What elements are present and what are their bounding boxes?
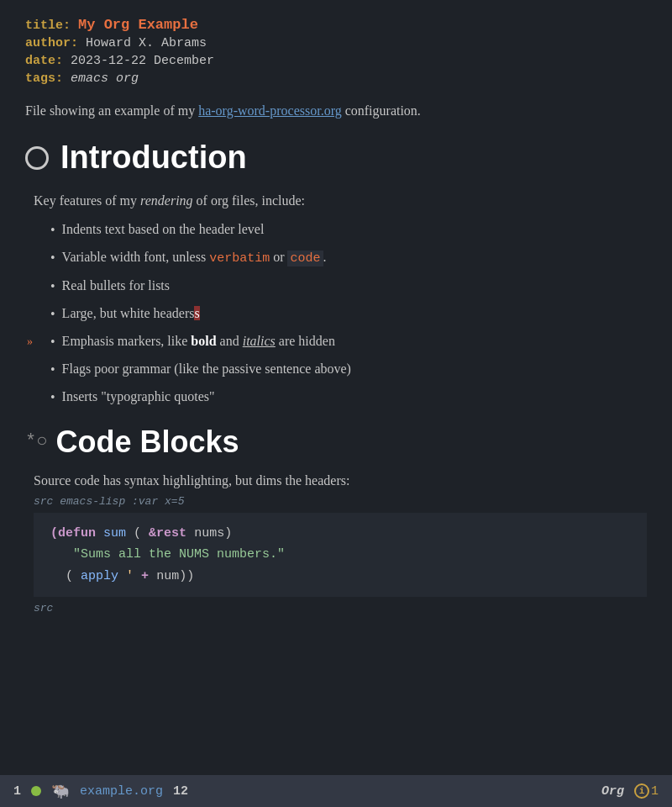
author-key: author:	[25, 36, 78, 50]
src-end-label: src	[25, 602, 647, 614]
section2-prefix: *○	[25, 431, 47, 452]
meta-author-line: author: Howard X. Abrams	[25, 36, 647, 50]
list-item-text-2: Variable width font, unless verbatim or …	[62, 247, 647, 269]
title-value: My Org Example	[78, 17, 198, 33]
list-item-text-6: Flags poor grammar (like the passive sen…	[62, 359, 647, 379]
status-bar: 1 🐃 example.org 12 Org i 1	[0, 775, 672, 807]
arrow-indicator: »	[27, 333, 33, 351]
intro-text-after: configuration.	[342, 103, 421, 118]
list-item-text-3: Real bullets for lists	[62, 276, 647, 296]
code-string: "Sums all the NUMS numbers."	[73, 547, 285, 562]
list-item: • Flags poor grammar (like the passive s…	[42, 359, 647, 380]
italic-text: italics	[243, 334, 276, 348]
author-value: Howard X. Abrams	[86, 36, 207, 50]
code-fn-apply: apply	[81, 569, 118, 583]
status-info-number: 1	[651, 784, 659, 799]
body-em: rendering	[140, 193, 193, 208]
bullet-icon-5: •	[50, 332, 55, 352]
status-mode: Org	[601, 784, 624, 799]
list-item: • Real bullets for lists	[42, 276, 647, 297]
code-plus: +	[141, 569, 149, 583]
bullet-icon-2: •	[50, 248, 55, 268]
list-item: • Large, but white headerss	[42, 303, 647, 324]
status-info: i 1	[634, 783, 659, 799]
intro-paragraph: File showing an example of my ha-org-wor…	[25, 101, 647, 121]
date-key: date:	[25, 54, 63, 68]
tags-value: emacs org	[71, 71, 139, 86]
bullet-icon-1: •	[50, 220, 55, 240]
list-item: • Variable width font, unless verbatim o…	[42, 247, 647, 269]
bullet-icon-3: •	[50, 277, 55, 297]
list-item-text-1: Indents text based on the header level	[62, 219, 647, 240]
section2-heading: *○ Code Blocks	[25, 425, 647, 460]
section1-body: Key features of my rendering of org file…	[25, 191, 647, 211]
bullet-icon-6: •	[50, 360, 55, 380]
list-item-text-7: Inserts "typographic quotes"	[62, 387, 647, 407]
code-fn-name: sum	[103, 526, 126, 541]
inline-code: code	[287, 251, 323, 266]
code-line-2: "Sums all the NUMS numbers."	[50, 544, 630, 566]
code-block: (defun sum ( &rest nums) "Sums all the N…	[34, 513, 647, 598]
intro-link[interactable]: ha-org-word-processor.org	[198, 103, 341, 118]
status-filename: example.org	[80, 784, 163, 799]
code-keyword-rest: &rest	[149, 526, 186, 541]
cursor: s	[194, 306, 199, 320]
meta-title-line: title: My Org Example	[25, 17, 647, 33]
main-content: title: My Org Example author: Howard X. …	[0, 0, 672, 775]
verbatim-text: verbatim	[209, 251, 270, 266]
section1-bullet-circle	[25, 146, 49, 170]
metadata-block: title: My Org Example author: Howard X. …	[25, 17, 647, 86]
src-label: src emacs-lisp :var x=5	[25, 495, 647, 508]
date-value: 2023-12-22 December	[71, 54, 214, 68]
list-item: • Indents text based on the header level	[42, 219, 647, 240]
feature-list: • Indents text based on the header level…	[42, 219, 647, 408]
list-item-text-4: Large, but white headerss	[62, 303, 647, 324]
title-key: title:	[25, 18, 71, 33]
section1-heading-text: Introduction	[60, 140, 247, 176]
status-col-number: 12	[173, 784, 188, 799]
meta-date-line: date: 2023-12-22 December	[25, 54, 647, 68]
status-info-circle: i	[634, 783, 649, 799]
source-intro: Source code has syntax highlighting, but…	[25, 473, 647, 488]
status-line-number: 1	[13, 784, 21, 799]
list-item: » • Emphasis markers, like bold and ital…	[42, 331, 647, 352]
body-text-after: of org files, include:	[193, 193, 305, 208]
body-text-before: Key features of my	[34, 193, 140, 208]
bullet-icon-4: •	[50, 304, 55, 324]
bold-text: bold	[191, 334, 216, 348]
list-item-text-5: Emphasis markers, like bold and italics …	[62, 331, 647, 351]
bullet-icon-7: •	[50, 388, 55, 408]
intro-text-before: File showing an example of my	[25, 103, 198, 118]
code-keyword-defun: (defun	[50, 526, 96, 541]
code-line-3: ( apply ' + num))	[50, 566, 630, 588]
section2-heading-text: Code Blocks	[55, 425, 239, 460]
code-symbol: '	[126, 569, 134, 583]
section1-heading: Introduction	[25, 140, 647, 176]
status-dot	[31, 786, 41, 796]
list-item: • Inserts "typographic quotes"	[42, 387, 647, 408]
emacs-icon: 🐃	[51, 782, 70, 800]
code-line-1: (defun sum ( &rest nums)	[50, 523, 630, 545]
meta-tags-line: tags: emacs org	[25, 71, 647, 86]
tags-key: tags:	[25, 71, 63, 86]
